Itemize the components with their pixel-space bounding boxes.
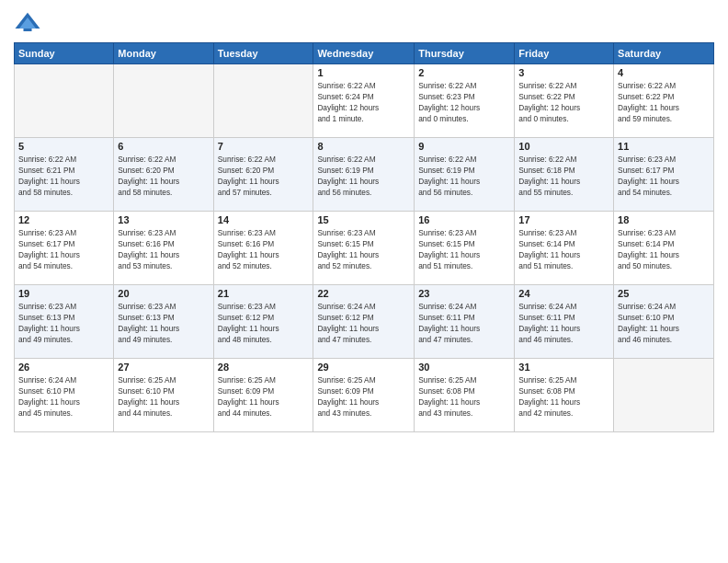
day-number: 29	[317, 362, 410, 373]
day-header-friday: Friday	[515, 43, 614, 64]
calendar-cell: 27Sunrise: 6:25 AMSunset: 6:10 PMDayligh…	[114, 359, 213, 432]
day-header-monday: Monday	[114, 43, 213, 64]
calendar-cell: 2Sunrise: 6:22 AMSunset: 6:23 PMDaylight…	[415, 64, 515, 138]
day-info: Sunrise: 6:23 AMSunset: 6:15 PMDaylight:…	[317, 227, 410, 271]
day-info: Sunrise: 6:22 AMSunset: 6:21 PMDaylight:…	[18, 154, 109, 198]
day-number: 9	[418, 141, 510, 152]
day-number: 19	[18, 288, 109, 299]
calendar-cell: 18Sunrise: 6:23 AMSunset: 6:14 PMDayligh…	[614, 212, 714, 285]
calendar-cell: 12Sunrise: 6:23 AMSunset: 6:17 PMDayligh…	[15, 212, 114, 285]
day-info: Sunrise: 6:23 AMSunset: 6:16 PMDaylight:…	[118, 227, 209, 271]
day-info: Sunrise: 6:22 AMSunset: 6:18 PMDaylight:…	[518, 154, 609, 198]
day-number: 10	[518, 141, 609, 152]
day-number: 13	[118, 214, 209, 225]
day-info: Sunrise: 6:23 AMSunset: 6:13 PMDaylight:…	[118, 301, 209, 345]
calendar-cell: 11Sunrise: 6:23 AMSunset: 6:17 PMDayligh…	[614, 138, 714, 212]
header	[14, 9, 714, 37]
day-number: 22	[317, 288, 410, 299]
day-number: 4	[618, 67, 710, 78]
day-header-sunday: Sunday	[15, 43, 114, 64]
day-info: Sunrise: 6:25 AMSunset: 6:10 PMDaylight:…	[118, 374, 209, 419]
calendar-week-2: 5Sunrise: 6:22 AMSunset: 6:21 PMDaylight…	[15, 138, 714, 212]
day-info: Sunrise: 6:22 AMSunset: 6:22 PMDaylight:…	[518, 80, 609, 124]
calendar-week-1: 1Sunrise: 6:22 AMSunset: 6:24 PMDaylight…	[15, 64, 714, 138]
calendar-cell: 13Sunrise: 6:23 AMSunset: 6:16 PMDayligh…	[114, 212, 213, 285]
day-info: Sunrise: 6:22 AMSunset: 6:24 PMDaylight:…	[317, 80, 410, 124]
calendar-cell	[114, 64, 213, 138]
calendar-cell: 30Sunrise: 6:25 AMSunset: 6:08 PMDayligh…	[415, 359, 515, 432]
calendar-cell: 4Sunrise: 6:22 AMSunset: 6:22 PMDaylight…	[614, 64, 714, 138]
day-number: 6	[118, 141, 209, 152]
day-info: Sunrise: 6:25 AMSunset: 6:08 PMDaylight:…	[518, 374, 609, 419]
day-info: Sunrise: 6:23 AMSunset: 6:12 PMDaylight:…	[218, 301, 310, 345]
day-number: 28	[218, 362, 310, 373]
calendar-week-5: 26Sunrise: 6:24 AMSunset: 6:10 PMDayligh…	[15, 359, 714, 432]
calendar-week-3: 12Sunrise: 6:23 AMSunset: 6:17 PMDayligh…	[15, 212, 714, 285]
calendar-cell: 5Sunrise: 6:22 AMSunset: 6:21 PMDaylight…	[15, 138, 114, 212]
day-number: 21	[218, 288, 310, 299]
day-info: Sunrise: 6:24 AMSunset: 6:12 PMDaylight:…	[317, 301, 410, 345]
day-number: 31	[518, 362, 609, 373]
day-info: Sunrise: 6:22 AMSunset: 6:19 PMDaylight:…	[418, 154, 510, 198]
day-number: 25	[618, 288, 710, 299]
day-info: Sunrise: 6:25 AMSunset: 6:08 PMDaylight:…	[418, 374, 510, 419]
day-number: 23	[418, 288, 510, 299]
day-info: Sunrise: 6:22 AMSunset: 6:22 PMDaylight:…	[618, 80, 710, 124]
day-info: Sunrise: 6:24 AMSunset: 6:10 PMDaylight:…	[618, 301, 710, 345]
calendar-cell: 23Sunrise: 6:24 AMSunset: 6:11 PMDayligh…	[415, 285, 515, 359]
day-info: Sunrise: 6:23 AMSunset: 6:15 PMDaylight:…	[418, 227, 510, 271]
calendar-cell: 3Sunrise: 6:22 AMSunset: 6:22 PMDaylight…	[515, 64, 614, 138]
calendar-cell	[614, 359, 714, 432]
day-number: 16	[418, 214, 510, 225]
day-number: 11	[618, 141, 710, 152]
calendar-body: 1Sunrise: 6:22 AMSunset: 6:24 PMDaylight…	[15, 64, 714, 432]
calendar-cell	[15, 64, 114, 138]
calendar-cell: 10Sunrise: 6:22 AMSunset: 6:18 PMDayligh…	[515, 138, 614, 212]
calendar-cell: 14Sunrise: 6:23 AMSunset: 6:16 PMDayligh…	[213, 212, 313, 285]
calendar-cell: 31Sunrise: 6:25 AMSunset: 6:08 PMDayligh…	[515, 359, 614, 432]
calendar-cell: 19Sunrise: 6:23 AMSunset: 6:13 PMDayligh…	[15, 285, 114, 359]
day-number: 8	[317, 141, 410, 152]
day-number: 7	[218, 141, 310, 152]
calendar-cell: 24Sunrise: 6:24 AMSunset: 6:11 PMDayligh…	[515, 285, 614, 359]
day-number: 15	[317, 214, 410, 225]
day-info: Sunrise: 6:23 AMSunset: 6:13 PMDaylight:…	[18, 301, 109, 345]
day-info: Sunrise: 6:22 AMSunset: 6:19 PMDaylight:…	[317, 154, 410, 198]
calendar-cell: 6Sunrise: 6:22 AMSunset: 6:20 PMDaylight…	[114, 138, 213, 212]
calendar-cell: 21Sunrise: 6:23 AMSunset: 6:12 PMDayligh…	[213, 285, 313, 359]
day-info: Sunrise: 6:24 AMSunset: 6:10 PMDaylight:…	[18, 374, 109, 419]
page: SundayMondayTuesdayWednesdayThursdayFrid…	[0, 0, 728, 563]
header-row: SundayMondayTuesdayWednesdayThursdayFrid…	[15, 43, 714, 64]
logo-icon	[14, 9, 41, 37]
calendar-week-4: 19Sunrise: 6:23 AMSunset: 6:13 PMDayligh…	[15, 285, 714, 359]
day-info: Sunrise: 6:23 AMSunset: 6:17 PMDaylight:…	[618, 154, 710, 198]
day-info: Sunrise: 6:25 AMSunset: 6:09 PMDaylight:…	[317, 374, 410, 419]
day-info: Sunrise: 6:24 AMSunset: 6:11 PMDaylight:…	[518, 301, 609, 345]
day-header-tuesday: Tuesday	[213, 43, 313, 64]
day-info: Sunrise: 6:22 AMSunset: 6:23 PMDaylight:…	[418, 80, 510, 124]
day-number: 26	[18, 362, 109, 373]
calendar-cell: 1Sunrise: 6:22 AMSunset: 6:24 PMDaylight…	[313, 64, 415, 138]
calendar-header: SundayMondayTuesdayWednesdayThursdayFrid…	[15, 43, 714, 64]
calendar-cell: 7Sunrise: 6:22 AMSunset: 6:20 PMDaylight…	[213, 138, 313, 212]
day-info: Sunrise: 6:23 AMSunset: 6:17 PMDaylight:…	[18, 227, 109, 271]
calendar-cell: 17Sunrise: 6:23 AMSunset: 6:14 PMDayligh…	[515, 212, 614, 285]
day-number: 27	[118, 362, 209, 373]
day-number: 24	[518, 288, 609, 299]
calendar: SundayMondayTuesdayWednesdayThursdayFrid…	[14, 42, 714, 432]
day-number: 1	[317, 67, 410, 78]
calendar-cell: 9Sunrise: 6:22 AMSunset: 6:19 PMDaylight…	[415, 138, 515, 212]
calendar-cell: 28Sunrise: 6:25 AMSunset: 6:09 PMDayligh…	[213, 359, 313, 432]
calendar-cell: 15Sunrise: 6:23 AMSunset: 6:15 PMDayligh…	[313, 212, 415, 285]
day-number: 20	[118, 288, 209, 299]
day-header-saturday: Saturday	[614, 43, 714, 64]
day-info: Sunrise: 6:23 AMSunset: 6:14 PMDaylight:…	[518, 227, 609, 271]
day-number: 2	[418, 67, 510, 78]
calendar-cell: 8Sunrise: 6:22 AMSunset: 6:19 PMDaylight…	[313, 138, 415, 212]
day-header-thursday: Thursday	[415, 43, 515, 64]
calendar-cell: 20Sunrise: 6:23 AMSunset: 6:13 PMDayligh…	[114, 285, 213, 359]
calendar-cell: 16Sunrise: 6:23 AMSunset: 6:15 PMDayligh…	[415, 212, 515, 285]
day-number: 12	[18, 214, 109, 225]
svg-rect-2	[24, 29, 32, 31]
day-number: 14	[218, 214, 310, 225]
